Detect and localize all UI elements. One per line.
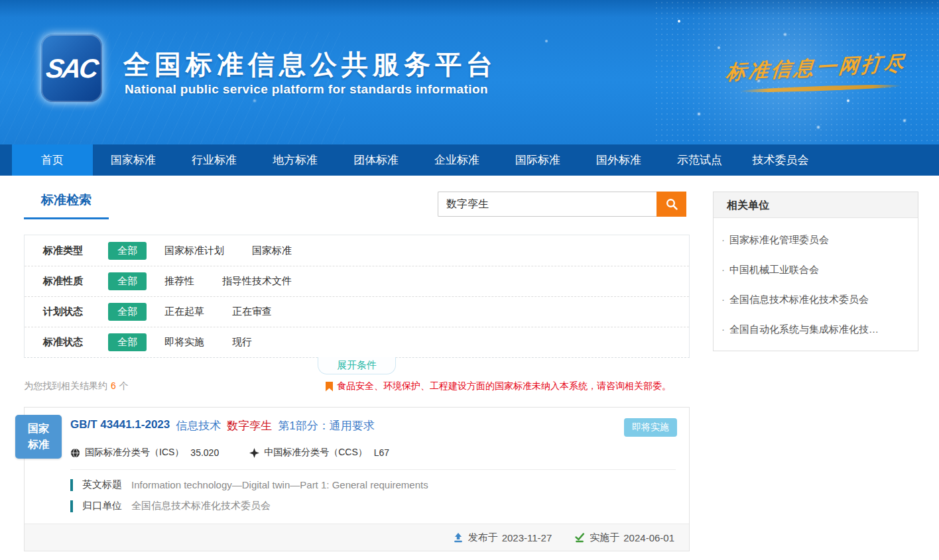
publish-date-item: 发布于 2023-11-27: [453, 532, 552, 544]
english-title-label: 英文标题: [82, 478, 122, 491]
filter-label: 标准类型: [43, 245, 108, 257]
result-count-number: 6: [111, 380, 116, 391]
filter-row-plan-status: 计划状态 全部 正在起草 正在审查: [25, 296, 689, 327]
content-area: 标准检索 标准类型 全部 国家标准计划 国家标准: [0, 176, 939, 551]
card-footer: 发布于 2023-11-27 实施于 2024-06-01: [25, 524, 689, 551]
globe-icon: [70, 448, 80, 458]
bookmark-icon: [326, 382, 333, 392]
sidebar-item-machinery-federation[interactable]: ·中国机械工业联合会: [714, 254, 918, 284]
filter-row-standard-status: 标准状态 全部 即将实施 现行: [25, 327, 689, 357]
filter-option[interactable]: 即将实施: [164, 336, 204, 349]
ics-label: 国际标准分类号（ICS）: [85, 447, 184, 459]
standard-type-line2: 标准: [15, 437, 62, 453]
search-input[interactable]: [438, 192, 657, 217]
site-title: 全国标准信息公共服务平台: [123, 46, 497, 83]
committee-row: 归口单位 全国信息技术标准化技术委员会: [25, 491, 689, 512]
related-units-list: ·国家标准化管理委员会 ·中国机械工业联合会 ·全国信息技术标准化技术委员会 ·…: [714, 218, 918, 351]
filter-all-button[interactable]: 全部: [108, 333, 147, 351]
english-title-row: 英文标题 Information technology—Digital twin…: [25, 470, 689, 491]
nav-tab-foreign-standards[interactable]: 国外标准: [578, 144, 659, 176]
result-summary-row: 为您找到相关结果约6个 食品安全、环境保护、工程建设方面的国家标准未纳入本系统，…: [24, 380, 690, 392]
site-subtitle: National public service platform for sta…: [125, 82, 488, 97]
publish-date: 2023-11-27: [502, 532, 552, 543]
ccs-label: 中国标准分类号（CCS）: [264, 447, 367, 459]
system-notice: 食品安全、环境保护、工程建设方面的国家标准未纳入本系统，请咨询相关部委。: [326, 380, 671, 392]
nav-tab-home[interactable]: 首页: [12, 144, 93, 176]
nav-tab-group-standards[interactable]: 团体标准: [336, 144, 416, 176]
implement-date: 2024-06-01: [623, 532, 674, 543]
search-button[interactable]: [657, 192, 686, 217]
card-meta-row: 国际标准分类号（ICS） 35.020 中国标准分类号（CCS） L67: [70, 447, 677, 469]
bullet: ·: [721, 294, 725, 305]
standard-title-cn[interactable]: 信息技术: [176, 418, 221, 433]
bullet: ·: [721, 264, 725, 275]
expand-conditions-button[interactable]: 展开条件: [318, 357, 396, 374]
filter-label: 标准性质: [43, 275, 108, 288]
standard-title-highlight[interactable]: 数字孪生: [227, 418, 272, 433]
sidebar-item-label: 中国机械工业联合会: [729, 264, 819, 275]
search-icon: [665, 197, 678, 211]
ics-value: 35.020: [190, 447, 219, 458]
filter-all-button[interactable]: 全部: [108, 242, 147, 260]
english-title-value: Information technology—Digital twin—Part…: [131, 479, 428, 490]
sidebar-item-label: 全国信息技术标准化技术委员会: [729, 294, 869, 305]
sidebar-item-automation-systems-committee[interactable]: ·全国自动化系统与集成标准化技…: [714, 314, 918, 344]
sidebar-item-label: 全国自动化系统与集成标准化技…: [729, 323, 879, 335]
card-title-row: GB/T 43441.1-2023 信息技术 数字孪生 第1部分：通用要求 即将…: [70, 418, 677, 437]
card-header: GB/T 43441.1-2023 信息技术 数字孪生 第1部分：通用要求 即将…: [25, 408, 689, 469]
nav-tab-pilot-demo[interactable]: 示范试点: [659, 144, 740, 176]
sidebar-item-it-standardization-committee[interactable]: ·全国信息技术标准化技术委员会: [714, 284, 918, 314]
nav-tab-enterprise-standards[interactable]: 企业标准: [416, 144, 497, 176]
filter-all-button[interactable]: 全部: [108, 303, 147, 321]
page-title: 标准检索: [24, 192, 109, 219]
bullet: ·: [721, 323, 725, 335]
publish-label: 发布于: [468, 532, 498, 544]
filter-option[interactable]: 正在起草: [164, 306, 204, 318]
header-banner: SAC 全国标准信息公共服务平台 National public service…: [0, 0, 939, 144]
filter-option[interactable]: 正在审查: [232, 306, 272, 318]
row-accent-bar: [70, 500, 73, 512]
ccs-value: L67: [374, 447, 389, 458]
filter-option[interactable]: 国家标准: [252, 245, 292, 257]
main-column: 标准检索 标准类型 全部 国家标准计划 国家标准: [24, 192, 690, 551]
result-count-suffix: 个: [119, 380, 129, 391]
related-units-panel: 相关单位 ·国家标准化管理委员会 ·中国机械工业联合会 ·全国信息技术标准化技术…: [713, 192, 918, 351]
ccs-classification: 中国标准分类号（CCS） L67: [249, 447, 389, 459]
publish-upload-icon: [453, 532, 464, 543]
standard-type-line1: 国家: [15, 421, 62, 437]
search-box: [438, 192, 686, 217]
filter-panel: 标准类型 全部 国家标准计划 国家标准 标准性质 全部 推荐性 指导性技术文件 …: [24, 235, 690, 358]
search-section: 标准检索: [24, 192, 690, 226]
filter-all-button[interactable]: 全部: [108, 272, 147, 290]
result-count-prefix: 为您找到相关结果约: [24, 380, 107, 391]
filter-row-standard-nature: 标准性质 全部 推荐性 指导性技术文件: [25, 266, 689, 296]
bullet: ·: [721, 234, 725, 245]
committee-value: 全国信息技术标准化技术委员会: [131, 500, 271, 512]
nav-tab-national-standards[interactable]: 国家标准: [93, 144, 174, 176]
standard-code-link[interactable]: GB/T 43441.1-2023: [70, 418, 170, 431]
sidebar-item-sac[interactable]: ·国家标准化管理委员会: [714, 225, 918, 254]
standard-type-badge: 国家 标准: [15, 415, 62, 459]
nav-tab-international-standards[interactable]: 国际标准: [497, 144, 578, 176]
filter-option[interactable]: 指导性技术文件: [222, 275, 292, 288]
status-badge: 即将实施: [624, 418, 677, 437]
sidebar-item-label: 国家标准化管理委员会: [729, 234, 829, 245]
result-count-text: 为您找到相关结果约6个: [24, 380, 129, 392]
filter-label: 标准状态: [43, 336, 108, 349]
nav-tab-local-standards[interactable]: 地方标准: [255, 144, 336, 176]
filter-option[interactable]: 现行: [232, 336, 252, 349]
sparkle-dots-decoration: [678, 20, 680, 23]
filter-option[interactable]: 推荐性: [164, 275, 194, 288]
filter-option[interactable]: 国家标准计划: [164, 245, 224, 257]
standard-title-rest[interactable]: 第1部分：通用要求: [278, 418, 374, 433]
row-accent-bar: [70, 479, 73, 491]
filter-row-standard-type: 标准类型 全部 国家标准计划 国家标准: [25, 235, 689, 266]
related-units-title: 相关单位: [714, 192, 918, 218]
sac-logo-text: SAC: [44, 54, 99, 84]
sac-logo[interactable]: SAC: [41, 34, 102, 102]
nav-tab-technical-committees[interactable]: 技术委员会: [740, 144, 821, 176]
committee-label: 归口单位: [82, 500, 122, 512]
filter-label: 计划状态: [43, 306, 108, 318]
nav-tab-industry-standards[interactable]: 行业标准: [174, 144, 255, 176]
main-nav: 首页 国家标准 行业标准 地方标准 团体标准 企业标准 国际标准 国外标准 示范…: [0, 144, 939, 176]
